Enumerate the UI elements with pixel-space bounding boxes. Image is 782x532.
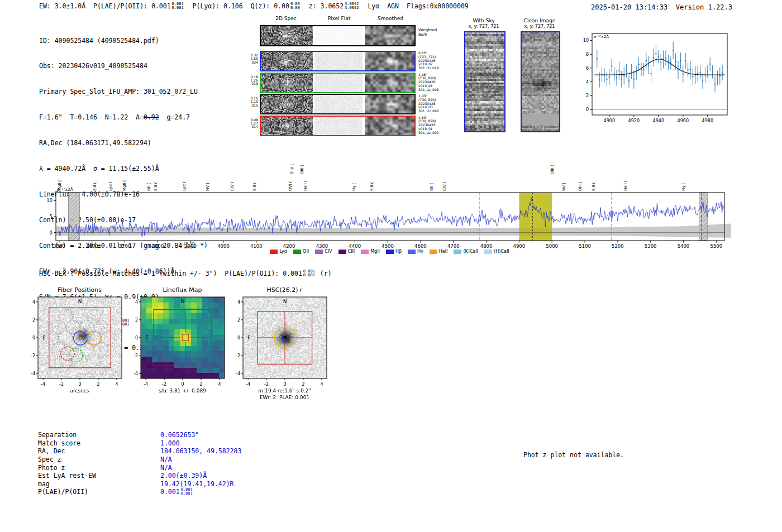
inset-ytick-label: 2: [586, 93, 589, 98]
seeing-line: F=1.6" T=0.146 N=1.22 A=0.92 g=24.7: [39, 113, 208, 122]
with-sky-coords: x, y: 727, 721: [459, 24, 509, 29]
spec2d-weight-value: 015: [246, 104, 258, 107]
cutout-xtick-label: 4: [218, 382, 221, 387]
cutout-xtick-label: 0: [181, 382, 184, 387]
spec2d-row-weights: 0.181.26015: [246, 75, 258, 86]
spec2d-spec-image: [261, 74, 313, 92]
inset-data-point: [719, 75, 721, 76]
id-line: ID: 4090525484 (4090525484.pdf): [39, 37, 208, 45]
line-marker-label: SiIV (: [290, 164, 294, 174]
spectrum-xtick-label: 5500: [710, 243, 722, 249]
spec2d-row: [260, 25, 416, 46]
table-row-value: 0.0652653": [160, 431, 199, 439]
spectrum-xtick-label: 3800: [152, 243, 164, 249]
cutout-ytick-label: 2: [32, 318, 35, 323]
fiber-positions-xlabel: arcsecs: [22, 388, 137, 394]
table-row-value: N/A: [160, 456, 172, 463]
spectrum-xtick-label: 5000: [546, 243, 558, 249]
cutout-ytick-label: 4: [135, 300, 138, 305]
inset-data-point: [638, 64, 639, 65]
table-row-value-text: 1.000: [160, 439, 180, 447]
inset-data-point: [631, 71, 632, 72]
inset-data-point: [687, 69, 688, 70]
inset-data-point: [609, 76, 610, 78]
table-row-value: 1.000: [160, 439, 180, 447]
inset-data-point: [665, 57, 666, 59]
cutout-ytick-label: 0: [32, 336, 35, 341]
spec2d-weight-value: 034: [246, 61, 258, 64]
spec2d-row-meta: 0.55"(727, 721)20230426v019_02301_LU_079: [418, 51, 453, 70]
legend-item: CIII: [338, 249, 355, 254]
spectrum-xtick-label: 5200: [612, 243, 624, 249]
inset-data-point: [655, 53, 656, 54]
inset-data-point: [626, 70, 627, 71]
with-sky-title: With Sky: [459, 18, 509, 23]
weighted-sum-label: WeightedSum: [418, 28, 437, 37]
catalog-match-table: Separation0.0652653"Match score1.000RA, …: [38, 431, 241, 496]
line-marker-label: Hγ (: [352, 183, 356, 191]
inset-data-point: [597, 58, 598, 59]
fiber-positions-panel: Fiber Positions -4-4-2-2002244NE arcsecs: [22, 282, 137, 408]
z-value: z: 3.06523.06523.0652: [309, 2, 360, 10]
inset-data-point: [646, 60, 647, 61]
legend-label: HeII: [439, 249, 448, 254]
elixer-report-page: EW: 3.0±1.0Å P(LAE)/P(OII): 0.0010.0010.…: [0, 0, 782, 532]
agn-label: AGN: [387, 2, 399, 10]
inset-data-point: [658, 56, 659, 57]
inset-data-point: [650, 73, 651, 74]
spectrum-xtick-label: 4300: [316, 243, 328, 249]
plae-poii-uncertainty: 0.0010.001: [172, 2, 184, 10]
spectrum-xtick-label: 5400: [678, 243, 690, 249]
inset-data-point: [599, 79, 600, 80]
table-row-value: 19.42(19.41,19.42)R: [160, 480, 234, 488]
inset-data-point: [673, 50, 674, 51]
spec2d-smooth-image: [365, 74, 414, 92]
cutout-ytick-label: -2: [236, 353, 240, 358]
full-spectrum-plot: 3500360037003800390040004100420043004400…: [47, 143, 732, 258]
timestamp-version: 2025-01-20 13:14:33 Version 1.22.3: [591, 3, 732, 11]
legend-item: (K)CaII: [454, 249, 478, 254]
ew-value: EW: 3.0±1.0Å: [39, 2, 85, 10]
cutout-xtick-label: -4: [246, 382, 250, 387]
line-marker-label: Hγ (: [681, 183, 686, 191]
spectrum-line-legend: LyαOIICIVCIIIMgIIHβHγHeII(K)CaII(H)CaII: [47, 249, 732, 254]
line-marker-label: OIII (: [550, 165, 555, 174]
spec2d-flat-image: [314, 52, 363, 70]
cutout-xtick-label: 2: [199, 382, 202, 387]
spec2d-spec-image: [261, 52, 313, 70]
spec2d-spec-image: [261, 95, 313, 113]
spec2d-smooth-image: [365, 52, 414, 70]
spec2d-meta-value: 301_LU_099: [418, 131, 453, 135]
cutout-xtick-label: 4: [115, 382, 118, 387]
emission-line-highlight-band: [519, 193, 552, 241]
plae-poii-value: P(LAE)/P(OII): 0.0010.0010.001: [93, 2, 185, 10]
inset-data-point: [643, 69, 644, 70]
east-indicator: E: [247, 335, 251, 341]
spectrum-xtick-label: 3500: [53, 243, 65, 249]
cutout-ytick-label: -4: [236, 371, 240, 376]
inset-xtick-label: 4900: [604, 118, 615, 123]
inset-data-point: [653, 57, 654, 58]
spectrum-ytick-label: 5: [50, 214, 53, 219]
legend-label: Hγ: [417, 249, 423, 254]
legend-item: (H)CaII: [484, 249, 509, 254]
cutout-xtick-label: -2: [264, 382, 269, 387]
table-row: mag19.42(19.41,19.42)R: [38, 480, 241, 488]
highlighted-fiber-circle: [74, 332, 87, 345]
table-row-label: mag: [38, 480, 160, 488]
inset-data-point: [606, 79, 607, 80]
legend-swatch: [361, 250, 369, 254]
inset-ytick-label: 10: [583, 38, 589, 43]
legend-label: CIII: [348, 249, 355, 254]
inset-ytick-label: 8: [586, 52, 589, 57]
inset-data-point: [613, 73, 614, 74]
east-indicator: E: [145, 335, 149, 341]
inset-data-point: [680, 60, 681, 61]
fiber-circle: [59, 309, 73, 323]
legend-label: MgII: [370, 249, 380, 254]
legend-swatch: [408, 250, 416, 254]
legend-label: (H)CaII: [494, 249, 509, 254]
spec2d-row-meta: 1.59"(730, 898)20230426v019_01301_LU_099: [418, 116, 453, 135]
line-marker-label: SiII (: [592, 182, 596, 191]
highlighted-fiber-circle: [87, 332, 101, 345]
